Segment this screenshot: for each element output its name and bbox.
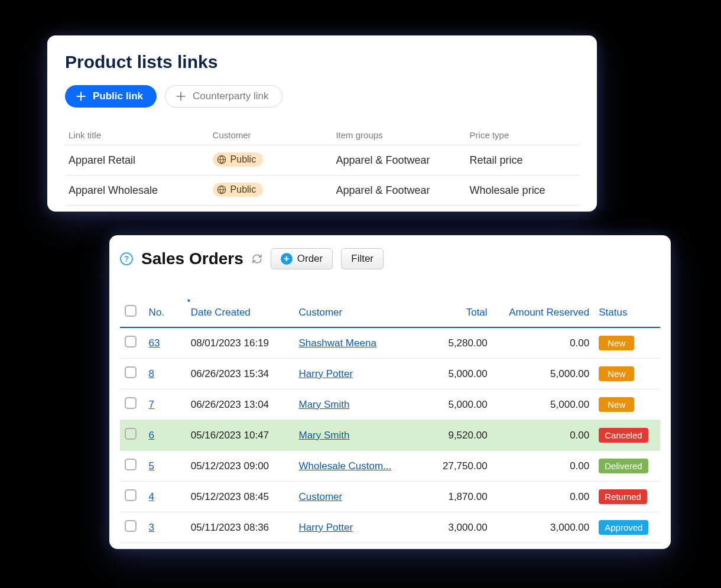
customer-link[interactable]: Customer (298, 491, 342, 502)
row-checkbox[interactable] (125, 520, 137, 532)
cell-checkbox (120, 389, 144, 420)
col-item-groups[interactable]: Item groups (332, 125, 466, 145)
help-icon[interactable]: ? (120, 252, 133, 265)
row-checkbox[interactable] (125, 366, 137, 378)
table-row[interactable]: 405/12/2023 08:45Customer1,870.000.00Ret… (120, 482, 660, 512)
col-date-created[interactable]: Date Created (186, 298, 294, 327)
table-row[interactable]: 6308/01/2023 16:19Shashwat Meena5,280.00… (120, 327, 660, 359)
cell-reserved: 0.00 (492, 327, 595, 359)
cell-customer: Mary Smith (294, 420, 420, 451)
globe-icon (216, 184, 227, 195)
cell-customer: Shashwat Meena (294, 327, 420, 359)
product-lists-buttons: Public link Counterparty link (65, 85, 579, 108)
plus-icon (75, 90, 87, 102)
table-row[interactable]: 505/12/2023 09:00Wholesale Custom...27,7… (120, 451, 660, 482)
sales-orders-panel: ? Sales Orders + Order Filter No. Date C… (109, 235, 671, 549)
cell-checkbox (120, 327, 144, 359)
col-status[interactable]: Status (594, 298, 660, 327)
product-lists-panel: Product lists links Public link Counterp… (47, 35, 597, 212)
cell-date: 05/11/2023 08:36 (186, 512, 294, 543)
table-row[interactable]: Apparel RetailPublicApparel & FootwearRe… (65, 145, 579, 176)
row-checkbox[interactable] (125, 336, 137, 347)
cell-status: Approved (594, 512, 660, 543)
counterparty-link-button[interactable]: Counterparty link (165, 85, 282, 108)
col-link-title[interactable]: Link title (65, 125, 209, 145)
order-no-link[interactable]: 63 (149, 337, 160, 349)
cell-checkbox (120, 359, 144, 389)
col-no[interactable]: No. (144, 298, 186, 327)
cell-reserved: 5,000.00 (492, 359, 595, 389)
cell-status: New (594, 327, 660, 359)
cell-no: 3 (144, 512, 186, 543)
order-button[interactable]: + Order (271, 248, 333, 269)
row-checkbox[interactable] (125, 397, 137, 409)
cell-status: New (594, 389, 660, 420)
cell-checkbox (120, 482, 144, 512)
col-checkbox[interactable] (120, 298, 144, 327)
order-no-link[interactable]: 7 (149, 399, 154, 410)
public-badge: Public (213, 152, 264, 167)
public-badge-label: Public (230, 154, 256, 165)
row-checkbox[interactable] (125, 489, 137, 501)
col-price-type[interactable]: Price type (466, 125, 579, 145)
cell-customer: Wholesale Custom... (294, 451, 420, 482)
cell-status: Delivered (594, 451, 660, 482)
cell-status: Canceled (594, 420, 660, 451)
col-total[interactable]: Total (420, 298, 492, 327)
product-lists-title: Product lists links (65, 52, 579, 72)
col-customer[interactable]: Customer (294, 298, 420, 327)
order-no-link[interactable]: 8 (149, 368, 154, 379)
cell-total: 1,870.00 (420, 482, 492, 512)
cell-date: 06/26/2023 15:34 (186, 359, 294, 389)
col-customer[interactable]: Customer (209, 125, 333, 145)
cell-date: 05/12/2023 09:00 (186, 451, 294, 482)
counterparty-link-label: Counterparty link (193, 90, 269, 102)
cell-price-type: Wholesale price (466, 176, 579, 206)
order-no-link[interactable]: 5 (149, 460, 154, 472)
cell-checkbox (120, 420, 144, 451)
order-no-link[interactable]: 6 (149, 430, 154, 441)
cell-customer: Harry Potter (294, 359, 420, 389)
table-row[interactable]: 806/26/2023 15:34Harry Potter5,000.005,0… (120, 359, 660, 389)
cell-no: 8 (144, 359, 186, 389)
cell-total: 27,750.00 (420, 451, 492, 482)
customer-link[interactable]: Shashwat Meena (298, 337, 376, 349)
public-link-button[interactable]: Public link (65, 85, 157, 108)
order-no-link[interactable]: 3 (149, 522, 154, 533)
cell-customer: Harry Potter (294, 512, 420, 543)
cell-date: 06/26/2023 13:04 (186, 389, 294, 420)
order-no-link[interactable]: 4 (149, 491, 154, 502)
table-row[interactable]: 605/16/2023 10:47Mary Smith9,520.000.00C… (120, 420, 660, 451)
table-row[interactable]: Apparel WholesalePublicApparel & Footwea… (65, 176, 579, 206)
cell-date: 08/01/2023 16:19 (186, 327, 294, 359)
status-badge: Approved (599, 520, 648, 535)
customer-link[interactable]: Harry Potter (298, 522, 353, 533)
customer-link[interactable]: Mary Smith (298, 399, 349, 410)
cell-item-groups: Apparel & Footwear (332, 145, 466, 176)
status-badge: New (599, 366, 634, 381)
globe-icon (216, 154, 227, 165)
col-amount-reserved[interactable]: Amount Reserved (492, 298, 595, 327)
filter-button-label: Filter (351, 253, 374, 265)
status-badge: Delivered (599, 459, 648, 473)
customer-link[interactable]: Wholesale Custom... (298, 460, 391, 472)
customer-link[interactable]: Harry Potter (298, 368, 353, 379)
refresh-icon[interactable] (252, 254, 262, 264)
cell-no: 4 (144, 482, 186, 512)
cell-reserved: 3,000.00 (492, 512, 595, 543)
table-row[interactable]: 706/26/2023 13:04Mary Smith5,000.005,000… (120, 389, 660, 420)
row-checkbox[interactable] (125, 459, 137, 470)
cell-status: Returned (594, 482, 660, 512)
table-row[interactable]: 305/11/2023 08:36Harry Potter3,000.003,0… (120, 512, 660, 543)
plus-circle-icon: + (281, 253, 293, 265)
row-checkbox[interactable] (125, 428, 137, 440)
sales-orders-header: ? Sales Orders + Order Filter (120, 248, 660, 269)
select-all-checkbox[interactable] (125, 305, 137, 317)
filter-button[interactable]: Filter (341, 248, 384, 269)
cell-checkbox (120, 512, 144, 543)
customer-link[interactable]: Mary Smith (298, 430, 349, 441)
cell-total: 5,000.00 (420, 359, 492, 389)
cell-reserved: 5,000.00 (492, 389, 595, 420)
cell-no: 6 (144, 420, 186, 451)
status-badge: New (599, 336, 634, 350)
